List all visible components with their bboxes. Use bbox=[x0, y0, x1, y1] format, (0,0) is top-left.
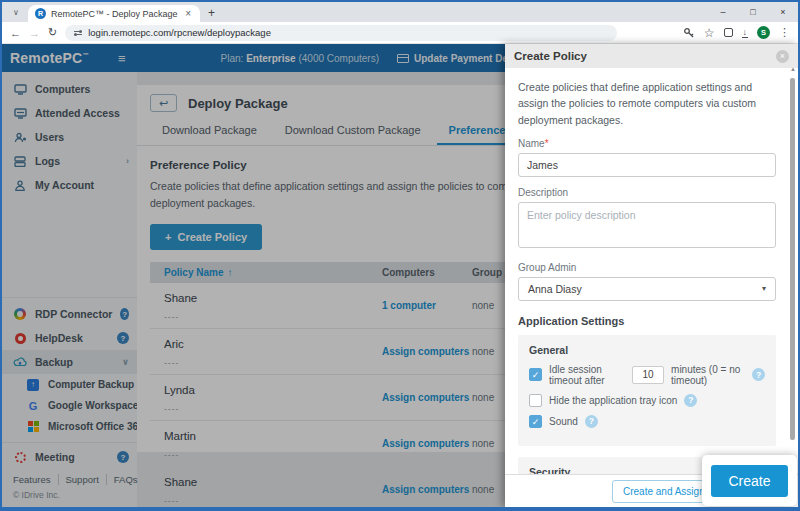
forward-icon[interactable]: → bbox=[29, 27, 40, 39]
toolbar-icons: ☆ ↓ S ⋮ bbox=[683, 26, 790, 39]
close-button[interactable]: × bbox=[768, 7, 798, 17]
help-icon[interactable]: ? bbox=[684, 394, 697, 407]
tab-title: RemotePC™ - Deploy Package bbox=[51, 9, 178, 19]
help-icon[interactable]: ? bbox=[585, 415, 598, 428]
tab-close-icon[interactable]: × bbox=[183, 8, 193, 19]
name-label: Name* bbox=[518, 138, 776, 149]
download-icon[interactable]: ↓ bbox=[742, 27, 749, 39]
description-label: Description bbox=[518, 187, 776, 198]
browser-tab[interactable]: R RemotePC™ - Deploy Package × bbox=[28, 5, 200, 22]
new-tab-button[interactable]: + bbox=[208, 6, 215, 20]
general-heading: General bbox=[529, 344, 765, 356]
help-icon[interactable]: ? bbox=[752, 368, 765, 381]
create-button[interactable]: Create bbox=[711, 465, 787, 497]
profile-avatar[interactable]: S bbox=[757, 26, 770, 39]
menu-kebab-icon[interactable]: ⋮ bbox=[779, 27, 790, 38]
minimize-button[interactable]: – bbox=[708, 7, 738, 17]
address-bar[interactable]: login.remotepc.com/rpcnew/deploypackage bbox=[65, 25, 617, 41]
scroll-up-icon[interactable]: ▲ bbox=[790, 66, 796, 72]
hide-tray-row: Hide the application tray icon ? bbox=[529, 394, 765, 407]
panel-close-icon[interactable]: × bbox=[776, 50, 789, 63]
description-textarea[interactable] bbox=[518, 202, 776, 248]
password-key-icon[interactable] bbox=[683, 27, 695, 39]
hide-tray-label: Hide the application tray icon bbox=[549, 395, 677, 406]
browser-window: ∨ R RemotePC™ - Deploy Package × + – □ ×… bbox=[0, 0, 800, 511]
sound-row: Sound ? bbox=[529, 415, 765, 428]
application-settings-heading: Application Settings bbox=[518, 315, 776, 327]
idle-minutes-input[interactable] bbox=[632, 366, 664, 384]
bookmark-star-icon[interactable]: ☆ bbox=[704, 27, 715, 39]
create-button-spotlight: Create bbox=[702, 455, 797, 506]
tab-search-icon[interactable]: ∨ bbox=[8, 4, 24, 20]
hide-tray-checkbox[interactable] bbox=[529, 394, 542, 407]
window-controls: – □ × bbox=[708, 2, 798, 22]
general-settings-box: General Idle session timeout after minut… bbox=[518, 335, 776, 446]
name-input[interactable] bbox=[518, 153, 776, 177]
group-admin-selected: Anna Diasy bbox=[528, 283, 582, 295]
dropdown-arrow-icon: ▾ bbox=[762, 284, 766, 293]
tab-strip: ∨ R RemotePC™ - Deploy Package × + – □ × bbox=[2, 2, 798, 22]
maximize-button[interactable]: □ bbox=[738, 7, 768, 17]
reload-icon[interactable]: ↻ bbox=[48, 26, 57, 39]
address-toolbar: ← → ↻ login.remotepc.com/rpcnew/deploypa… bbox=[2, 22, 798, 44]
group-admin-select[interactable]: Anna Diasy ▾ bbox=[518, 277, 776, 301]
idle-timeout-checkbox[interactable] bbox=[529, 368, 542, 381]
idle-timeout-label: Idle session timeout after bbox=[549, 364, 625, 386]
create-policy-panel: Create Policy × Create policies that def… bbox=[505, 44, 798, 507]
sound-label: Sound bbox=[549, 416, 578, 427]
scrollbar-thumb[interactable] bbox=[790, 78, 795, 440]
panel-title: Create Policy bbox=[514, 50, 587, 62]
favicon-icon: R bbox=[35, 8, 46, 19]
extensions-icon[interactable] bbox=[724, 28, 733, 37]
idle-timeout-row: Idle session timeout after minutes (0 = … bbox=[529, 364, 765, 386]
panel-body: Create policies that define application … bbox=[505, 68, 798, 474]
group-admin-label: Group Admin bbox=[518, 262, 776, 273]
panel-intro: Create policies that define application … bbox=[518, 79, 776, 128]
sound-checkbox[interactable] bbox=[529, 415, 542, 428]
idle-timeout-suffix: minutes (0 = no timeout) bbox=[671, 364, 745, 386]
site-settings-icon[interactable] bbox=[74, 31, 82, 35]
url-text: login.remotepc.com/rpcnew/deploypackage bbox=[88, 27, 271, 38]
panel-scrollbar[interactable]: ▲ bbox=[790, 74, 795, 467]
back-icon[interactable]: ← bbox=[10, 27, 21, 39]
